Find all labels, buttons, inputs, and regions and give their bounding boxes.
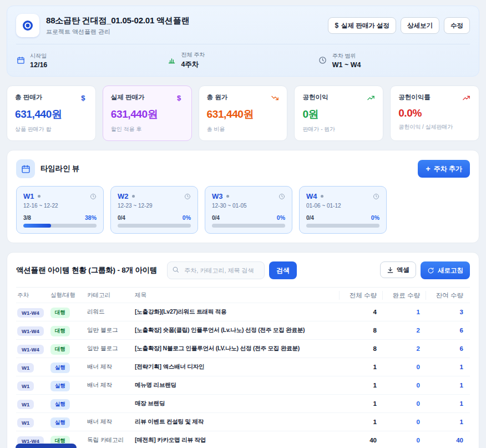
item-done: 0 (382, 382, 426, 389)
item-total: 40 (339, 437, 382, 444)
type-badge: 실행 (50, 399, 70, 410)
week-name: W2 (118, 192, 129, 200)
week-name: W4 (306, 192, 317, 200)
add-week-button[interactable]: + 주차 추가 (418, 160, 470, 178)
week-range: 12-23 ~ 12-29 (118, 203, 191, 209)
week-badge: W1 (17, 400, 34, 409)
type-badge: 실행 (50, 363, 70, 373)
stat-sub: 할인 적용 후 (111, 125, 184, 133)
item-title: [노출확장] N블로그 인플루언서 (LV.나노) 선정 (전주 모집 완료분) (135, 345, 339, 353)
refresh-icon (427, 267, 434, 274)
item-title: 매장 브랜딩 (135, 400, 339, 407)
table-row[interactable]: W1 실행 매장 브랜딩 1 0 1 (16, 395, 470, 413)
col-week: 주차 (17, 291, 50, 299)
week-progress-bar (23, 224, 97, 228)
search-input[interactable] (167, 261, 265, 279)
item-category: 독립 카테고리 (87, 436, 135, 444)
item-category: 배너 제작 (87, 418, 135, 426)
stat-card-actual-price: 실제 판매가 $ 631,440원 할인 적용 후 (103, 85, 192, 141)
excel-button[interactable]: 엑셀 (380, 261, 416, 278)
refresh-label: 새로고침 (438, 266, 463, 275)
excel-label: 엑셀 (397, 266, 409, 274)
edit-button[interactable]: 수정 (444, 17, 470, 34)
search-button[interactable]: 검색 (269, 261, 297, 279)
detail-view-button[interactable]: 상세보기 (401, 17, 439, 34)
info-label: 주차 범위 (332, 52, 361, 60)
item-remain: 6 (426, 327, 469, 334)
item-total: 8 (339, 327, 382, 334)
week-card-w1[interactable]: W1 12-16 ~ 12-22 3/8 38% (16, 186, 104, 234)
col-type: 실행/대행 (50, 291, 87, 299)
stat-value: 631,440원 (207, 107, 280, 122)
col-remain: 잔여 수량 (426, 291, 469, 300)
project-header-top: 88소곱탄 건대점_01.05-02.01 액션플랜 프로젝트 액션플랜 관리 … (16, 14, 470, 44)
week-progress-bar (118, 224, 191, 228)
week-badge: W1-W4 (17, 345, 44, 354)
trending-up-icon (462, 93, 471, 102)
item-remain: 6 (426, 345, 469, 352)
page: 88소곱탄 건대점_01.05-02.01 액션플랜 프로젝트 액션플랜 관리 … (0, 0, 486, 448)
item-total: 1 (339, 364, 382, 370)
clock-icon (279, 193, 285, 200)
item-title: 리뷰 이벤트 컨설팅 및 제작 (135, 418, 339, 426)
stat-sub: 상품 판매가 합 (15, 125, 88, 133)
info-label: 시작일 (30, 52, 47, 60)
item-done: 0 (382, 400, 426, 407)
week-card-w4[interactable]: W4 01-06 ~ 01-12 0/4 0% (299, 186, 387, 234)
item-done: 0 (382, 437, 426, 444)
table-row[interactable]: W1-W4 대행 일반 블로그 [노출확장] N블로그 인플루언서 (LV.나노… (16, 340, 470, 358)
week-range: 12-30 ~ 01-05 (212, 203, 285, 209)
item-done: 0 (382, 364, 426, 370)
table-row[interactable]: W1-W4 대행 독립 카테고리 [매전최] 카카오맵 리뷰 작업 40 0 4… (16, 431, 470, 448)
clock-icon (90, 193, 97, 200)
info-value: 12/16 (30, 61, 47, 69)
item-category: 배너 제작 (87, 363, 135, 371)
col-total: 전체 수량 (339, 291, 382, 300)
stat-label: 실제 판매가 (111, 93, 145, 102)
stat-sub: 판매가 - 원가 (302, 125, 375, 133)
item-done: 2 (382, 327, 426, 334)
plus-icon: + (426, 165, 430, 173)
set-actual-price-button[interactable]: $ 실제 판매가 설정 (328, 17, 396, 34)
item-category: 일반 블로그 (87, 345, 135, 353)
item-total: 1 (339, 419, 382, 425)
table-row[interactable]: W1 실행 배너 제작 [전략기획] 엑스배너 디자인 1 0 1 (16, 358, 470, 376)
week-badge: W1 (17, 418, 34, 427)
stat-card-total-price: 총 판매가 $ 631,440원 상품 판매가 합 (7, 85, 96, 141)
type-badge: 대행 (50, 326, 70, 336)
items-actions: 엑셀 새로고침 (380, 261, 470, 279)
stat-label: 총 판매가 (15, 93, 42, 102)
col-category: 카테고리 (87, 291, 135, 299)
item-category: 배너 제작 (87, 381, 135, 389)
week-name: W3 (212, 192, 223, 200)
col-done: 완료 수량 (382, 291, 426, 300)
refresh-button[interactable]: 새로고침 (421, 261, 470, 279)
page-title: 88소곱탄 건대점_01.05-02.01 액션플랜 (46, 16, 189, 26)
table-row[interactable]: W1 실행 배너 제작 메뉴명 리브랜딩 1 0 1 (16, 376, 470, 395)
week-count: 0/4 (118, 215, 125, 221)
table-row[interactable]: W1-W4 대행 일반 블로그 [노출확장] 숏폼(클립) 인플루언서 (Lv.… (16, 321, 470, 340)
stat-card-total-cost: 총 원가 631,440원 총 비용 (199, 85, 288, 141)
clock-icon (373, 193, 379, 200)
trending-down-icon (270, 93, 279, 102)
stat-sub: 총 비용 (207, 125, 280, 133)
items-table: 주차 실행/대행 카테고리 제목 전체 수량 완료 수량 잔여 수량 W1-W4… (16, 287, 470, 448)
partial-next-row (16, 444, 77, 448)
week-card-w2[interactable]: W2 12-23 ~ 12-29 0/4 0% (110, 186, 198, 234)
table-row[interactable]: W1-W4 대행 리워드 [노출강화](Lv27)리워드 트래픽 적용 4 1 … (16, 303, 470, 321)
item-done: 2 (382, 345, 426, 352)
item-title: [전략기획] 엑스배너 디자인 (135, 363, 339, 371)
items-panel: 액션플랜 아이템 현황 (그룹화) - 8개 아이템 검색 엑셀 (7, 252, 479, 448)
week-badge: W1 (17, 381, 34, 391)
week-card-w3[interactable]: W3 12-30 ~ 01-05 0/4 0% (205, 186, 292, 234)
type-badge: 대행 (50, 308, 70, 318)
status-dot-icon (321, 195, 323, 198)
item-remain: 3 (426, 309, 469, 315)
table-row[interactable]: W1 실행 배너 제작 리뷰 이벤트 컨설팅 및 제작 1 0 1 (16, 413, 470, 431)
status-dot-icon (38, 195, 40, 198)
items-title: 액션플랜 아이템 현황 (그룹화) - 8개 아이템 (16, 265, 157, 275)
item-title: [노출강화](Lv27)리워드 트래픽 적용 (135, 308, 339, 316)
item-done: 0 (382, 419, 426, 425)
item-title: [매전최] 카카오맵 리뷰 작업 (135, 436, 339, 444)
dollar-icon: $ (79, 93, 88, 102)
